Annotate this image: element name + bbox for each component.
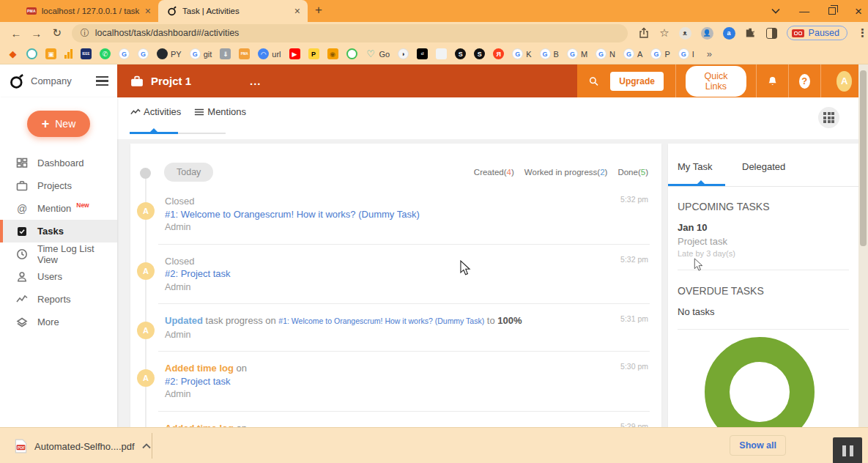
activity-text: Added time log: [165, 363, 234, 374]
back-icon[interactable]: ←: [6, 27, 26, 40]
search-icon[interactable]: [589, 75, 598, 88]
bookmark-item[interactable]: ♡Go: [366, 48, 390, 59]
bookmark-item[interactable]: Ggit: [190, 48, 212, 59]
counter-done[interactable]: Done(5): [617, 168, 648, 177]
project-more-icon[interactable]: ...: [250, 75, 261, 87]
bookmark-item[interactable]: ▣: [45, 48, 56, 59]
site-info-icon[interactable]: ⓘ: [81, 27, 89, 40]
sidebar-item-dashboard[interactable]: Dashboard: [0, 152, 117, 174]
page-scrollbar[interactable]: [858, 64, 868, 427]
bookmark-item[interactable]: GI: [678, 48, 694, 59]
tab-delegated[interactable]: Delegated: [742, 161, 785, 172]
sidebar-item-time-log-list-view[interactable]: Time Log List View: [0, 242, 117, 265]
sidebar-item-mention[interactable]: @MentionNew: [0, 197, 117, 220]
chevron-up-icon[interactable]: [142, 443, 151, 449]
extensions-puzzle-icon[interactable]: [745, 27, 757, 39]
menu-kebab-icon[interactable]: ⋮: [857, 26, 868, 40]
share-icon[interactable]: [638, 27, 650, 39]
profile-extension-icon[interactable]: 👤: [701, 27, 713, 40]
bookmark-item[interactable]: ✆: [100, 48, 111, 59]
restore-icon[interactable]: [828, 7, 836, 15]
close-icon[interactable]: ×: [294, 5, 300, 17]
upgrade-button[interactable]: Upgrade: [610, 72, 664, 91]
task-link[interactable]: #2: Project task: [165, 376, 231, 387]
task-name[interactable]: Project task: [678, 236, 849, 247]
bookmark-item[interactable]: PY: [157, 48, 182, 59]
bell-icon[interactable]: [768, 74, 777, 88]
scrollbar-thumb[interactable]: [860, 70, 867, 246]
sidebar-item-tasks[interactable]: Tasks: [0, 220, 117, 242]
sidebar-item-label: Tasks: [37, 226, 64, 237]
bookmark-item[interactable]: PMA: [239, 48, 250, 59]
apps-grid-button[interactable]: [818, 107, 839, 128]
sidebar-item-reports[interactable]: Reports: [0, 288, 117, 311]
task-link[interactable]: #1: Welcome to Orangescrum! How it works…: [278, 316, 484, 325]
bookmark-item[interactable]: Я: [493, 48, 504, 59]
bookmark-item[interactable]: ▶: [289, 48, 300, 59]
a-extension-icon[interactable]: a: [723, 27, 735, 40]
forward-icon[interactable]: →: [26, 27, 47, 40]
google-icon: G: [119, 48, 130, 59]
task-link[interactable]: #1: Welcome to Orangescrum! How it works…: [165, 209, 420, 220]
bookmark-item[interactable]: GA: [623, 48, 642, 59]
upcoming-tasks-section: UPCOMING TASKS Jan 10 Project task Late …: [668, 201, 858, 330]
bookmark-item[interactable]: GN: [596, 48, 615, 59]
bookmark-star-icon[interactable]: ☆: [659, 26, 669, 40]
reload-icon[interactable]: ↻: [47, 26, 67, 40]
bookmark-item[interactable]: ⇓: [220, 48, 231, 59]
close-window-icon[interactable]: ×: [855, 5, 862, 18]
sidebar-item-label: Users: [37, 271, 62, 282]
browser-tab-phpmyadmin[interactable]: PMA localhost / 127.0.0.1 / task | php ×: [18, 0, 158, 22]
bookmark-item[interactable]: P: [308, 48, 319, 59]
bookmark-item[interactable]: IEEE: [81, 48, 92, 59]
help-button[interactable]: ?: [799, 74, 810, 89]
browser-tab-task-activities[interactable]: Task | Activities ×: [158, 0, 308, 22]
sidebar-item-more[interactable]: More: [0, 311, 117, 333]
task-link[interactable]: #2: Project task: [165, 268, 231, 279]
counter-created[interactable]: Created(4): [474, 168, 514, 177]
bookmark-item[interactable]: G: [138, 48, 149, 59]
bookmark-item[interactable]: G: [119, 48, 130, 59]
bookmark-item[interactable]: [26, 48, 37, 59]
new-tab-button[interactable]: +: [315, 3, 322, 18]
tab-activities[interactable]: Activities: [130, 106, 181, 127]
bookmark-item[interactable]: GM: [567, 48, 587, 59]
side-panel-icon[interactable]: [766, 28, 777, 39]
panda-extension-icon[interactable]: ᴥ: [679, 27, 691, 40]
bookmark-item[interactable]: ◗: [398, 48, 409, 59]
quick-links-button[interactable]: Quick Links: [686, 66, 747, 97]
bookmark-item[interactable]: [436, 48, 447, 59]
bookmark-item[interactable]: S: [474, 48, 485, 59]
bookmark-item[interactable]: GB: [540, 48, 559, 59]
tab-my-task[interactable]: My Task: [678, 161, 712, 172]
bookmark-item[interactable]: GK: [512, 48, 531, 59]
google-icon: G: [512, 48, 523, 59]
paused-extension-button[interactable]: Paused: [787, 26, 847, 40]
bookmarks-overflow-icon[interactable]: »: [707, 48, 712, 59]
bookmark-item[interactable]: ◉: [327, 48, 338, 59]
tab-mentions[interactable]: Mentions: [194, 106, 246, 127]
chevron-down-icon[interactable]: [771, 8, 780, 14]
sidebar-item-projects[interactable]: Projects: [0, 174, 117, 197]
address-bar[interactable]: ⓘ localhost/task/dashboard#/activities: [72, 24, 628, 42]
show-all-button[interactable]: Show all: [730, 435, 786, 456]
counter-progress[interactable]: Worked in progress(2): [524, 168, 608, 177]
minimize-icon[interactable]: —: [799, 6, 809, 16]
close-icon[interactable]: ×: [145, 5, 151, 17]
pause-media-button[interactable]: [833, 437, 862, 463]
bookmark-item[interactable]: cl: [417, 48, 428, 59]
hamburger-menu-icon[interactable]: [96, 76, 108, 86]
bookmark-item[interactable]: GP: [650, 48, 669, 59]
sidebar-item-users[interactable]: Users: [0, 265, 117, 288]
bookmark-item[interactable]: ◆: [7, 48, 18, 59]
bookmark-item[interactable]: [64, 49, 73, 59]
bookmark-label: url: [272, 50, 281, 59]
today-chip[interactable]: Today: [164, 163, 213, 182]
download-item[interactable]: PDF Automated-Selfho....pdf: [7, 434, 158, 458]
new-button[interactable]: + New: [27, 111, 90, 137]
project-selector[interactable]: Projct 1 ...: [117, 64, 577, 97]
bookmark-item[interactable]: ◠url: [258, 48, 281, 59]
bookmark-item[interactable]: [346, 48, 357, 59]
bookmark-item[interactable]: S: [455, 48, 466, 59]
avatar[interactable]: A: [837, 71, 852, 92]
